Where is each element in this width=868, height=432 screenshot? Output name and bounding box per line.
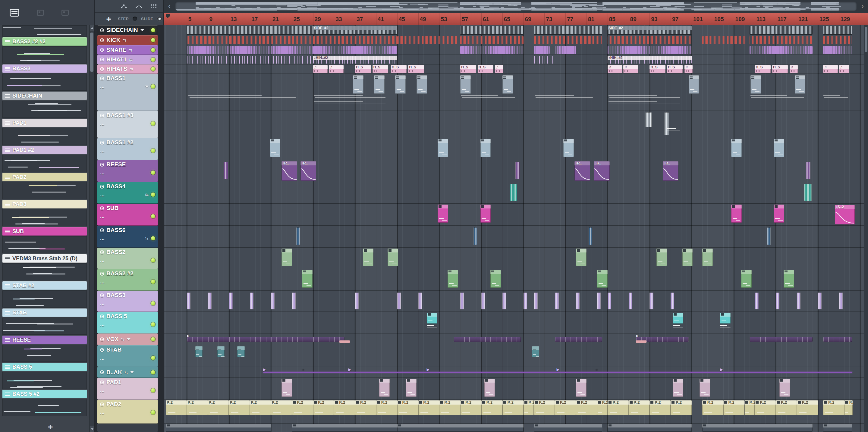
track-activity-led[interactable] (151, 28, 155, 32)
clip[interactable]: H..S (755, 65, 770, 73)
track-header[interactable]: BASS1 #3... (97, 111, 158, 138)
clip[interactable] (187, 293, 190, 309)
clip[interactable]: ♪R.. (594, 161, 610, 181)
timeline-ruler[interactable]: 5913172125293337414549535761656973778185… (164, 13, 868, 25)
clip[interactable] (839, 293, 843, 309)
mute-icon[interactable] (100, 185, 104, 189)
playlist-lane[interactable] (164, 226, 864, 247)
clip[interactable] (774, 139, 784, 157)
clip[interactable] (608, 293, 611, 309)
clip[interactable] (313, 95, 397, 98)
clip[interactable] (534, 46, 550, 54)
clip[interactable] (731, 205, 742, 223)
clip[interactable] (418, 293, 422, 309)
playlist-lane[interactable]: ▶≈▶▶▶≈▶ (164, 367, 864, 378)
clip[interactable]: P..2 (608, 400, 629, 415)
clip[interactable] (395, 75, 406, 94)
clip[interactable] (597, 293, 601, 309)
mute-icon[interactable] (100, 58, 104, 62)
arrangement-minimap[interactable] (176, 1, 857, 10)
clip[interactable] (823, 424, 852, 432)
clip[interactable]: P..2 (229, 400, 250, 415)
clip[interactable] (397, 293, 401, 309)
clip[interactable]: P..2 (250, 400, 271, 415)
track-header[interactable]: HIHAT1⇆ (97, 55, 158, 64)
clip[interactable] (397, 36, 458, 44)
pattern-scrollbar[interactable] (89, 25, 94, 432)
track-activity-led[interactable] (151, 337, 155, 341)
track-options[interactable]: ... (100, 171, 104, 174)
clip[interactable]: ♪S..2 (835, 205, 855, 225)
playlist-lane[interactable]: SIDE..#2SIDE..#2 (164, 25, 864, 35)
clip[interactable] (689, 75, 699, 94)
chevron-down-icon[interactable] (127, 338, 130, 340)
clip[interactable] (296, 227, 300, 245)
clip[interactable] (313, 46, 397, 54)
clip[interactable]: H..S (460, 65, 476, 73)
swap-icon[interactable]: ⇆ (129, 48, 133, 52)
clip[interactable]: SIDE..#2 (313, 26, 397, 34)
clip[interactable]: P..2 (271, 400, 292, 415)
clip[interactable] (666, 128, 682, 131)
clip[interactable] (237, 346, 244, 357)
pattern-item[interactable]: PAD1 #2 (2, 146, 87, 173)
clip[interactable]: ▶ (263, 368, 268, 374)
pattern-item[interactable]: REESE (2, 336, 87, 363)
scrollbar-thumb[interactable] (865, 27, 867, 52)
clip[interactable]: H..S (408, 65, 424, 73)
playlist-lane[interactable] (164, 269, 864, 291)
clip[interactable] (700, 379, 710, 397)
clip[interactable] (534, 56, 555, 64)
track-activity-led[interactable] (151, 236, 155, 240)
track-options[interactable]: ... (100, 323, 104, 326)
clip[interactable] (271, 293, 275, 309)
clip[interactable] (187, 95, 313, 98)
clip[interactable] (534, 26, 602, 34)
clip[interactable]: P..2 (629, 400, 650, 415)
track-header[interactable]: PAD1... (97, 378, 158, 400)
clip[interactable] (823, 26, 852, 34)
mute-icon[interactable] (100, 28, 104, 32)
mute-icon[interactable] (100, 206, 104, 210)
clip[interactable]: ≈ (595, 368, 601, 374)
clip[interactable] (555, 337, 602, 342)
playlist-lane[interactable] (164, 111, 864, 138)
track-header[interactable]: BASS4...⇆ (97, 182, 158, 204)
clip[interactable] (650, 293, 653, 309)
track-header[interactable]: SUB... (97, 204, 158, 226)
mute-icon[interactable] (100, 337, 104, 341)
clip[interactable] (702, 424, 812, 432)
track-header[interactable]: VOX⇆ (97, 333, 158, 345)
clip[interactable]: P..2 (723, 400, 744, 415)
clip[interactable] (608, 36, 692, 44)
track-options[interactable]: ... (100, 356, 104, 359)
clip[interactable] (454, 337, 521, 342)
track-activity-led[interactable] (151, 170, 155, 175)
clip[interactable]: P..2 (355, 400, 376, 415)
clip[interactable] (187, 36, 313, 44)
clip[interactable] (363, 248, 373, 266)
clip[interactable] (671, 293, 674, 309)
clip[interactable]: P..2 (776, 400, 797, 415)
clip[interactable] (516, 162, 520, 179)
track-header[interactable]: BASS6...⇆ (97, 226, 158, 247)
mute-icon[interactable] (100, 67, 104, 71)
track-header[interactable]: BASS 5... (97, 312, 158, 333)
clip[interactable] (473, 227, 477, 245)
mute-icon[interactable] (100, 348, 104, 352)
clip[interactable] (645, 112, 652, 127)
clip[interactable] (416, 75, 427, 94)
clip[interactable] (302, 270, 313, 288)
clip[interactable]: P..2 (650, 400, 671, 415)
pattern-item[interactable]: BASS3 (2, 64, 87, 92)
mute-icon[interactable] (100, 48, 104, 52)
mute-icon[interactable] (100, 293, 104, 297)
playlist-lane[interactable] (164, 291, 864, 312)
track-options[interactable]: ... (100, 237, 104, 240)
clip[interactable] (490, 270, 501, 288)
mute-icon[interactable] (100, 163, 104, 167)
track-activity-led[interactable] (151, 214, 155, 219)
playlist-window-icon[interactable] (10, 9, 19, 16)
playlist-lane[interactable]: ▶▶ (164, 333, 864, 345)
playlist-lane[interactable]: ♪S..2 (164, 204, 864, 226)
